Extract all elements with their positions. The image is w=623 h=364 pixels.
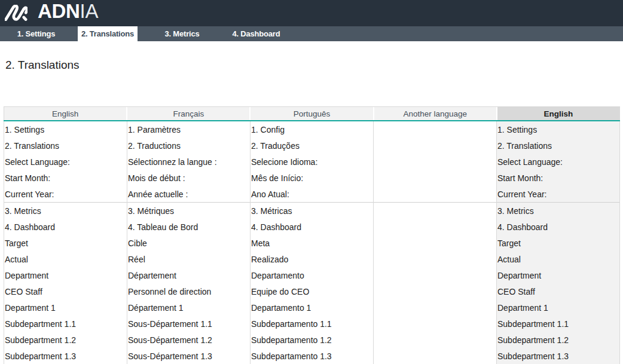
table-cell[interactable]: Réel [127, 251, 250, 267]
table-cell[interactable]: 2. Traductions [127, 137, 250, 154]
table-cell[interactable]: Meta [251, 235, 373, 251]
table-cell[interactable]: 2. Translations [4, 137, 127, 154]
tab-dashboard[interactable]: 4. Dashboard [226, 26, 286, 41]
table-cell[interactable]: Current Year: [497, 186, 619, 203]
column-header-english-selected[interactable]: English [497, 107, 619, 120]
table-cell[interactable] [374, 283, 496, 299]
table-cell[interactable]: Target [497, 235, 619, 251]
table-cell[interactable]: Subdepartamento 1.3 [251, 348, 373, 364]
table-column-5: 1. Settings2. TranslationsSelect Languag… [497, 121, 619, 364]
table-cell[interactable]: 4. Dashboard [4, 219, 127, 235]
tab-settings[interactable]: 1. Settings [6, 26, 66, 41]
table-cell[interactable]: Departamento 1 [251, 299, 373, 316]
column-header-portugues[interactable]: Português [251, 107, 374, 120]
page-title: 2. Translations [5, 59, 80, 72]
table-cell[interactable]: Selecione Idioma: [251, 154, 373, 170]
table-cell[interactable]: Departamento [251, 267, 373, 283]
table-cell[interactable]: Département [127, 267, 250, 283]
translations-table: English Français Português Another langu… [4, 106, 620, 364]
table-cell[interactable]: Mês de Início: [251, 170, 373, 186]
table-cell[interactable]: Target [4, 235, 127, 251]
table-cell[interactable]: 4. Dashboard [497, 219, 619, 235]
table-cell[interactable]: Mois de début : [127, 170, 250, 186]
table-cell[interactable]: 1. Paramètres [127, 121, 250, 137]
tab-translations[interactable]: 2. Translations [78, 26, 138, 41]
table-cell[interactable]: Département 1 [127, 299, 250, 316]
table-cell[interactable]: Sous-Département 1.2 [127, 332, 250, 348]
table-cell[interactable] [374, 299, 496, 316]
table-cell[interactable]: 1. Settings [497, 121, 619, 137]
table-cell[interactable]: 3. Metrics [4, 203, 127, 219]
table-cell[interactable] [374, 316, 496, 332]
table-cell[interactable]: Année actuelle : [127, 186, 250, 203]
table-cell[interactable] [374, 154, 496, 170]
table-cell[interactable] [374, 267, 496, 283]
table-cell[interactable]: 3. Métricas [251, 203, 373, 219]
table-cell[interactable]: Subdepartamento 1.1 [251, 316, 373, 332]
table-cell[interactable]: Department 1 [497, 299, 619, 316]
table-cell[interactable]: Actual [497, 251, 619, 267]
table-cell[interactable]: Subdepartment 1.3 [4, 348, 127, 364]
table-cell[interactable]: 3. Metrics [497, 203, 619, 219]
column-header-another-language[interactable]: Another language [374, 107, 497, 120]
table-cell[interactable]: 1. Config [251, 121, 373, 137]
column-header-francais[interactable]: Français [127, 107, 251, 120]
table-cell[interactable]: Department [497, 267, 619, 283]
table-cell[interactable] [374, 348, 496, 364]
table-cell[interactable]: Start Month: [497, 170, 619, 186]
table-column-3: 1. Config2. TraduçõesSelecione Idioma:Mê… [251, 121, 374, 364]
table-cell[interactable]: 4. Dashboard [251, 219, 373, 235]
brand-name: ADNIA [38, 0, 98, 25]
top-bar: ADNIA [0, 0, 623, 26]
table-cell[interactable]: Sous-Département 1.3 [127, 348, 250, 364]
table-cell[interactable]: Select Language: [4, 154, 127, 170]
table-cell[interactable]: Subdepartamento 1.2 [251, 332, 373, 348]
table-cell[interactable]: 4. Tableau de Bord [127, 219, 250, 235]
table-cell[interactable]: Subdepartment 1.3 [497, 348, 619, 364]
table-cell[interactable] [374, 170, 496, 186]
table-column-2: 1. Paramètres2. TraductionsSélectionnez … [127, 121, 251, 364]
table-cell[interactable]: Sous-Département 1.1 [127, 316, 250, 332]
table-cell[interactable] [374, 203, 496, 219]
table-cell[interactable]: Subdepartment 1.1 [497, 316, 619, 332]
table-cell[interactable]: Department [4, 267, 127, 283]
table-cell[interactable] [374, 186, 496, 203]
brand-name-bold: ADN [38, 0, 80, 22]
table-cell[interactable]: Ano Atual: [251, 186, 373, 203]
table-cell[interactable]: Personnel de direction [127, 283, 250, 299]
table-cell[interactable]: Current Year: [4, 186, 127, 203]
screen: ADNIA 1. Settings 2. Translations 3. Met… [0, 0, 623, 364]
brand-name-light: IA [80, 0, 99, 22]
column-header-english[interactable]: English [4, 107, 127, 120]
table-cell[interactable]: Cible [127, 235, 250, 251]
table-cell[interactable]: 3. Métriques [127, 203, 250, 219]
table-cell[interactable]: 2. Traduções [251, 137, 373, 154]
table-cell[interactable] [374, 235, 496, 251]
table-cell[interactable] [374, 251, 496, 267]
table-cell[interactable]: Sélectionnez la langue : [127, 154, 250, 170]
tab-metrics[interactable]: 3. Metrics [152, 26, 212, 41]
table-cell[interactable]: CEO Staff [497, 283, 619, 299]
table-column-4 [374, 121, 497, 364]
adnia-logo-icon [5, 5, 28, 21]
table-cell[interactable]: Start Month: [4, 170, 127, 186]
table-cell[interactable]: Realizado [251, 251, 373, 267]
table-cell[interactable]: Subdepartment 1.2 [4, 332, 127, 348]
table-cell[interactable]: Department 1 [4, 299, 127, 316]
table-cell[interactable]: CEO Staff [4, 283, 127, 299]
table-column-1: 1. Settings2. TranslationsSelect Languag… [4, 121, 127, 364]
table-cell[interactable] [374, 137, 496, 154]
table-header-row: English Français Português Another langu… [4, 106, 620, 120]
table-cell[interactable]: 1. Settings [4, 121, 127, 137]
table-cell[interactable]: Equipe do CEO [251, 283, 373, 299]
table-cell[interactable] [374, 219, 496, 235]
table-cell[interactable]: Subdepartment 1.1 [4, 316, 127, 332]
brand-logo: ADNIA [5, 0, 98, 26]
table-cell[interactable] [374, 121, 496, 137]
table-cell[interactable]: Select Language: [497, 154, 619, 170]
table-cell[interactable] [374, 332, 496, 348]
table-cell[interactable]: Subdepartment 1.2 [497, 332, 619, 348]
table-body: 1. Settings2. TranslationsSelect Languag… [4, 121, 620, 364]
table-cell[interactable]: Actual [4, 251, 127, 267]
table-cell[interactable]: 2. Translations [497, 137, 619, 154]
